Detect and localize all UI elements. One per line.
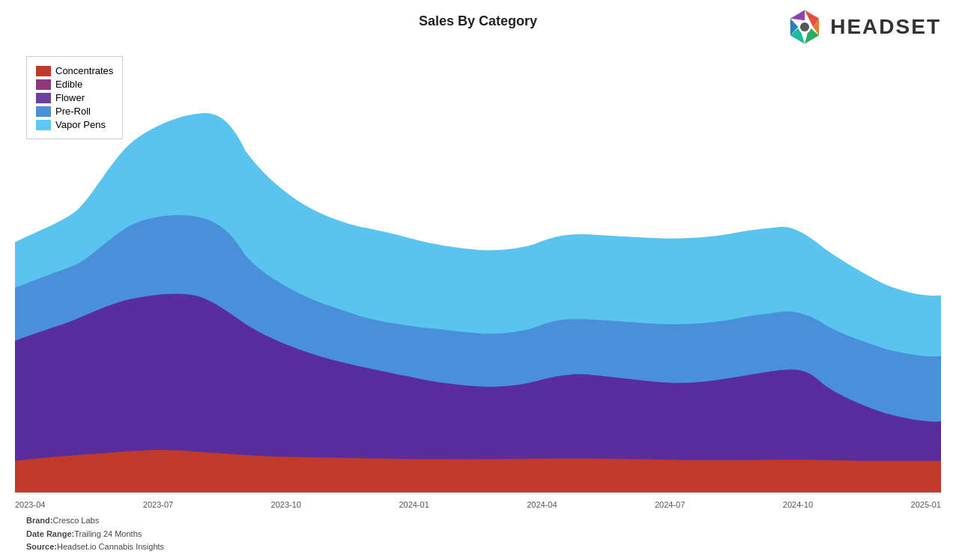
brand-value: Cresco Labs xyxy=(52,516,99,525)
footer-date-range: Date Range:Trailing 24 Months xyxy=(26,528,164,541)
footer-info: Brand:Cresco Labs Date Range:Trailing 24… xyxy=(26,514,164,554)
source-value: Headset.io Cannabis Insights xyxy=(57,542,164,551)
footer-source: Source:Headset.io Cannabis Insights xyxy=(26,541,164,554)
logo-icon xyxy=(785,7,824,46)
date-range-value: Trailing 24 Months xyxy=(74,529,142,538)
x-label-0: 2023-04 xyxy=(15,500,45,509)
x-axis-labels: 2023-04 2023-07 2023-10 2024-01 2024-04 … xyxy=(15,500,941,509)
page-container: HEADSET Sales By Category Concentrates E… xyxy=(0,0,956,560)
x-label-3: 2024-01 xyxy=(399,500,429,509)
footer-brand: Brand:Cresco Labs xyxy=(26,514,164,528)
x-label-2: 2023-10 xyxy=(271,500,301,509)
logo: HEADSET xyxy=(785,7,941,46)
x-label-6: 2024-10 xyxy=(783,500,813,509)
chart-area xyxy=(15,45,941,493)
svg-point-2 xyxy=(800,22,809,31)
x-label-4: 2024-04 xyxy=(527,500,557,509)
date-range-label: Date Range: xyxy=(26,529,74,538)
chart-svg xyxy=(15,45,941,493)
x-label-7: 2025-01 xyxy=(911,500,941,509)
logo-text: HEADSET xyxy=(830,15,941,39)
brand-label: Brand: xyxy=(26,516,52,525)
source-label: Source: xyxy=(26,542,57,551)
x-label-5: 2024-07 xyxy=(655,500,685,509)
x-label-1: 2023-07 xyxy=(143,500,173,509)
